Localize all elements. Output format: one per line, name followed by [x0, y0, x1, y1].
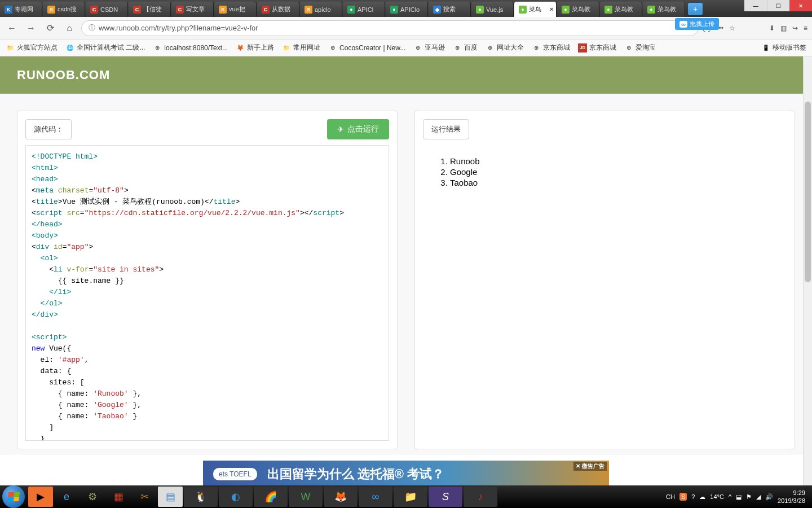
- bookmark-item[interactable]: 📁常用网址: [282, 43, 320, 52]
- run-button[interactable]: ✈ 点击运行: [327, 119, 389, 139]
- browser-tab[interactable]: K毒霸网: [0, 2, 42, 17]
- tab-label: 菜鸟教: [572, 5, 590, 14]
- tray-weather[interactable]: 14°C: [710, 493, 724, 500]
- ad-toefl-badge: ets TOEFL: [213, 468, 257, 480]
- task-app-1[interactable]: ⚙: [80, 487, 105, 507]
- tray-shield-icon[interactable]: ⬓: [736, 493, 742, 501]
- task-explorer[interactable]: 📁: [394, 487, 427, 507]
- task-firefox[interactable]: 🦊: [324, 487, 358, 507]
- bookmark-label: 爱淘宝: [636, 43, 656, 52]
- task-music[interactable]: ♪: [464, 487, 497, 507]
- bookmark-label: 亚马逊: [425, 43, 445, 52]
- menu-icon[interactable]: ≡: [804, 24, 807, 32]
- system-tray[interactable]: CH S ? ☁ 14°C ^ ⬓ ⚑ ◢ 🔊 9:29 2019/3/28: [666, 489, 810, 505]
- browser-tab[interactable]: ●菜鸟教: [557, 2, 599, 17]
- task-media-player[interactable]: ▶: [28, 487, 53, 507]
- library-icon[interactable]: ▥: [780, 24, 787, 32]
- tab-favicon: K: [5, 6, 12, 14]
- page-scrollbar[interactable]: [803, 56, 812, 485]
- browser-tab[interactable]: C写文章: [171, 2, 214, 17]
- browser-tab[interactable]: ◆搜索: [429, 2, 471, 17]
- bookmark-item[interactable]: ⊕百度: [453, 43, 478, 52]
- new-tab-button[interactable]: +: [688, 3, 703, 15]
- browser-tab[interactable]: ●APIClo: [386, 2, 428, 17]
- tray-wifi-icon[interactable]: ◢: [756, 493, 761, 501]
- tray-cloud-icon[interactable]: ☁: [699, 493, 705, 501]
- bookmark-item[interactable]: ⊕爱淘宝: [624, 43, 656, 52]
- info-icon: ⓘ: [89, 23, 95, 33]
- task-editor[interactable]: S: [429, 487, 462, 507]
- bookmark-item[interactable]: ⊕网址大全: [486, 43, 524, 52]
- tray-volume-icon[interactable]: 🔊: [765, 493, 773, 501]
- task-qq[interactable]: 🐧: [184, 487, 218, 507]
- task-ie[interactable]: e: [54, 487, 79, 507]
- browser-tab[interactable]: ●Vue.js: [471, 2, 514, 17]
- tray-chevron-icon[interactable]: ^: [729, 493, 731, 500]
- browser-tab[interactable]: ●菜鸟教: [600, 2, 642, 17]
- tray-sogou-icon[interactable]: S: [679, 493, 687, 501]
- home-button[interactable]: ⌂: [62, 21, 77, 36]
- tab-label: 菜鸟: [529, 5, 541, 14]
- bookmark-item[interactable]: ⊕亚马逊: [413, 43, 445, 52]
- code-editor[interactable]: <!DOCTYPE html> <html> <head> <meta char…: [25, 145, 389, 441]
- reload-button[interactable]: ⟳: [43, 21, 58, 36]
- bookmark-label: 常用网址: [293, 43, 320, 52]
- window-close-button[interactable]: ✕: [789, 0, 812, 11]
- site-logo[interactable]: RUNOOB.COM: [17, 68, 110, 82]
- browser-tab[interactable]: ●菜鸟✕: [514, 2, 557, 17]
- tab-label: csdn搜: [58, 5, 77, 14]
- tray-date[interactable]: 2019/3/28: [778, 497, 805, 505]
- bookmark-icon: ⊕: [624, 43, 633, 52]
- bookmark-mobile[interactable]: 📱移动版书签: [761, 43, 806, 52]
- tray-flag-icon[interactable]: ⚑: [746, 493, 752, 501]
- task-sogou[interactable]: ◐: [219, 487, 253, 507]
- bookmark-item[interactable]: 📁火狐官方站点: [6, 43, 58, 52]
- task-baidu-disk[interactable]: ∞: [359, 487, 392, 507]
- task-snip[interactable]: ✂: [132, 487, 157, 507]
- url-bar[interactable]: ⓘ www.runoob.com/try/try.php?filename=vu…: [81, 20, 698, 36]
- share-icon[interactable]: ↪: [792, 24, 798, 32]
- task-powerpoint[interactable]: ▦: [106, 487, 131, 507]
- start-button[interactable]: [2, 485, 25, 508]
- upload-extension-pill[interactable]: ∞ 拖拽上传: [675, 18, 719, 30]
- browser-tab[interactable]: Scsdn搜: [43, 2, 85, 17]
- tray-ime[interactable]: CH: [666, 493, 675, 500]
- tray-time[interactable]: 9:29: [778, 489, 805, 497]
- task-wps[interactable]: W: [289, 487, 323, 507]
- browser-tab[interactable]: Sapiclo: [300, 2, 342, 17]
- download-icon[interactable]: ⬇: [769, 24, 775, 32]
- bookmark-label: 百度: [464, 43, 478, 52]
- tab-favicon: S: [47, 6, 55, 14]
- browser-tab[interactable]: ●菜鸟教: [643, 2, 685, 17]
- browser-tab[interactable]: C从数据: [257, 2, 299, 17]
- browser-tab[interactable]: C【信徒: [129, 2, 171, 17]
- tray-help-icon[interactable]: ?: [691, 493, 695, 500]
- ad-banner[interactable]: ets TOEFL 出国留学为什么 选托福® 考试？ ✕ 微告广告: [203, 461, 609, 488]
- ad-close-label[interactable]: ✕ 微告广告: [573, 462, 607, 471]
- star-icon[interactable]: ☆: [729, 24, 735, 32]
- browser-tab[interactable]: ●APICl: [343, 2, 385, 17]
- bookmark-icon: ⊕: [413, 43, 422, 52]
- tab-favicon: ●: [519, 6, 527, 14]
- bookmark-item[interactable]: ⊕京东商城: [532, 43, 570, 52]
- back-button[interactable]: ←: [5, 21, 19, 36]
- bookmark-item[interactable]: 🌐全国计算机考试 二级...: [65, 43, 145, 52]
- task-calc[interactable]: ▤: [158, 487, 183, 507]
- tab-label: 菜鸟教: [657, 5, 676, 14]
- browser-tab[interactable]: CCSDN: [86, 2, 128, 17]
- window-maximize-button[interactable]: ☐: [767, 0, 789, 11]
- browser-tab[interactable]: Svue把: [214, 2, 257, 17]
- forward-button[interactable]: →: [24, 21, 38, 36]
- bookmark-item[interactable]: ⊕localhost:8080/Text...: [153, 43, 228, 52]
- bookmark-item[interactable]: ⊕CocosCreator | New...: [328, 43, 405, 52]
- window-minimize-button[interactable]: —: [744, 0, 767, 11]
- bookmark-item[interactable]: 🦊新手上路: [236, 43, 274, 52]
- tab-close-icon[interactable]: ✕: [549, 6, 554, 12]
- task-chrome[interactable]: 🌈: [254, 487, 288, 507]
- source-panel: 源代码： ✈ 点击运行 <!DOCTYPE html> <html> <head…: [17, 111, 398, 449]
- tab-favicon: S: [219, 6, 227, 14]
- page-scroll-thumb[interactable]: [805, 102, 811, 282]
- tab-favicon: ●: [604, 6, 612, 14]
- tab-favicon: ●: [347, 6, 355, 14]
- bookmark-item[interactable]: JD京东商城: [578, 43, 616, 52]
